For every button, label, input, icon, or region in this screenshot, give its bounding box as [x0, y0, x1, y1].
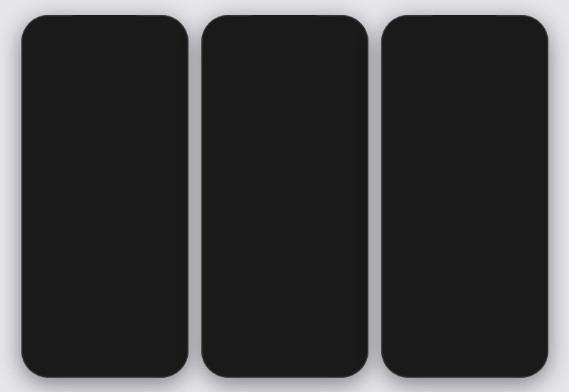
- settings-list-1[interactable]: 🔔 Notifications 🔊 Sounds & Haptics 🌙 Foc…: [24, 63, 186, 375]
- homescreen-icon: ⊡: [31, 307, 50, 325]
- list-item-homescreen[interactable]: ⊡ Home Screen: [24, 300, 186, 332]
- back-chevron-2: [210, 46, 217, 53]
- chevron-display: [171, 280, 177, 286]
- phone-1: 13:28 ▲▲▲ 📶 🔋 Settings 🔔 Notifications 🔊: [21, 15, 188, 378]
- wallpaper-label: Wallpaper: [57, 374, 173, 375]
- phone-3: 13:29 ▲▲▲ 📶 🔋 General Transfer or Reset …: [381, 15, 548, 378]
- accessibility-icon: ♿: [31, 339, 50, 357]
- list-item-iphone-storage[interactable]: iPhone Storage: [204, 105, 366, 134]
- display-label: Display & Brightness: [57, 278, 173, 290]
- chevron-sounds: [171, 114, 177, 120]
- chevron-datetime: [351, 180, 357, 186]
- list-item-control[interactable]: ⊞ Control Center: [24, 236, 186, 268]
- notifications-icon: 🔔: [31, 76, 50, 95]
- chevron-screentime: [171, 178, 177, 184]
- chevron-bgrefresh: [351, 144, 357, 150]
- control-icon: ⊞: [31, 243, 50, 261]
- screentime-label: Screen Time: [57, 176, 173, 187]
- list-item-notifications[interactable]: 🔔 Notifications: [24, 70, 186, 102]
- fonts-label: Fonts: [211, 234, 353, 245]
- section-group-2c: Date & Time Keyboard Fonts Language & Re…: [204, 169, 366, 312]
- list-item-keyboard[interactable]: Keyboard: [204, 198, 366, 226]
- chevron-fonts: [351, 237, 357, 243]
- nav-bar-1: Settings: [24, 38, 186, 63]
- nav-back-2[interactable]: Settings: [211, 45, 252, 55]
- chevron-nfc: [351, 80, 357, 86]
- sounds-label: Sounds & Haptics: [57, 112, 173, 123]
- chevron-dictionary: [351, 294, 357, 300]
- legal-label: Legal & Regulatory: [211, 356, 353, 367]
- reset-button[interactable]: Reset: [384, 293, 546, 321]
- prepare-title: Prepare for New iPhone: [396, 133, 533, 147]
- phone-screen-2: 13:28 ▲▲▲ 📶 🔋 Settings General NFC: [204, 18, 366, 375]
- chevron-language: [351, 265, 357, 271]
- settings-list-2[interactable]: NFC iPhone Storage Background App Refres…: [204, 63, 366, 375]
- accessibility-label: Accessibility: [57, 342, 173, 354]
- prepare-section: Prepare for New iPhone Make sure everyth…: [384, 63, 546, 232]
- nav-back-3[interactable]: General: [391, 45, 432, 55]
- list-item-language[interactable]: Language & Region: [204, 255, 366, 283]
- language-label: Language & Region: [211, 263, 353, 274]
- status-bar-2: 13:28 ▲▲▲ 📶 🔋: [204, 18, 366, 38]
- list-item-vpn[interactable]: VPN & Device Management: [204, 319, 366, 347]
- list-item-sounds[interactable]: 🔊 Sounds & Haptics: [24, 102, 186, 134]
- wallpaper-icon: 🖼: [31, 371, 50, 375]
- status-bar-3: 13:29 ▲▲▲ 📶 🔋: [384, 18, 546, 38]
- iphone-storage-label: iPhone Storage: [211, 113, 353, 125]
- list-item-bgrefresh[interactable]: Background App Refresh: [204, 134, 366, 162]
- status-icons-2: ▲▲▲ 📶 🔋: [307, 26, 351, 33]
- nav-back-label-2: Settings: [219, 45, 252, 55]
- erase-label: Erase All Content and Settings: [413, 334, 516, 359]
- status-icons-3: ▲▲▲ 📶 🔋: [487, 26, 531, 33]
- list-item-accessibility[interactable]: ♿ Accessibility: [24, 332, 186, 364]
- list-item-datetime[interactable]: Date & Time: [204, 169, 366, 198]
- chevron-homescreen: [171, 312, 177, 318]
- section-group-2d: VPN & Device Management Legal & Regulato…: [204, 318, 366, 375]
- svg-rect-1: [445, 90, 457, 112]
- list-item-focus[interactable]: 🌙 Focus: [24, 134, 186, 166]
- phone-2: 13:28 ▲▲▲ 📶 🔋 Settings General NFC: [201, 15, 368, 378]
- get-started-link[interactable]: Get Started: [439, 209, 490, 221]
- chevron-general: [171, 216, 177, 222]
- vpn-label: VPN & Device Management: [211, 327, 353, 338]
- list-item-general[interactable]: ⚙️ General: [24, 204, 186, 236]
- section-group-1b: ⚙️ General ⊞ Control Center AA Display &…: [24, 203, 186, 375]
- svg-rect-3: [472, 90, 484, 112]
- list-item-screentime[interactable]: ⏱ Screen Time: [24, 166, 186, 197]
- chevron-vpn: [351, 329, 357, 335]
- back-chevron-3: [390, 46, 397, 53]
- nav-title-1: Settings: [83, 44, 125, 56]
- chevron-control: [171, 248, 177, 254]
- display-icon: AA: [31, 275, 50, 293]
- chevron-focus: [171, 146, 177, 152]
- homescreen-label: Home Screen: [57, 310, 173, 322]
- erase-button[interactable]: Erase All Content and Settings: [393, 324, 537, 369]
- phone-screen-3: 13:29 ▲▲▲ 📶 🔋 General Transfer or Reset …: [384, 18, 546, 375]
- status-icons-1: ▲▲▲ 📶 🔋: [127, 26, 171, 33]
- list-item-nfc[interactable]: NFC: [204, 70, 366, 98]
- list-item-display[interactable]: AA Display & Brightness: [24, 268, 186, 300]
- sounds-icon: 🔊: [31, 108, 50, 127]
- list-item-wallpaper[interactable]: 🖼 Wallpaper: [24, 364, 186, 375]
- focus-label: Focus: [57, 144, 173, 155]
- chevron-legal: [351, 358, 357, 364]
- status-bar-1: 13:28 ▲▲▲ 📶 🔋: [24, 18, 186, 38]
- control-label: Control Center: [57, 246, 173, 258]
- nav-bar-2: Settings General: [204, 38, 366, 63]
- bgrefresh-label: Background App Refresh: [211, 142, 353, 154]
- keyboard-label: Keyboard: [211, 206, 353, 217]
- time-3: 13:29: [398, 26, 418, 34]
- chevron-keyboard: [351, 208, 357, 214]
- prepare-icon: [439, 80, 490, 126]
- section-group-2a: NFC: [204, 69, 366, 99]
- list-item-dictionary[interactable]: Dictionary: [204, 283, 366, 312]
- nav-back-label-3: General: [399, 45, 432, 55]
- nav-bar-3: General Transfer or Reset iPhone: [384, 38, 546, 63]
- focus-icon: 🌙: [31, 140, 50, 159]
- phone-screen-1: 13:28 ▲▲▲ 📶 🔋 Settings 🔔 Notifications 🔊: [24, 18, 186, 375]
- prepare-desc: Make sure everything's ready to transfer…: [395, 153, 534, 201]
- chevron-accessibility: [171, 344, 177, 350]
- list-item-fonts[interactable]: Fonts: [204, 226, 366, 255]
- list-item-legal[interactable]: Legal & Regulatory: [204, 347, 366, 375]
- general-label: General: [57, 214, 173, 226]
